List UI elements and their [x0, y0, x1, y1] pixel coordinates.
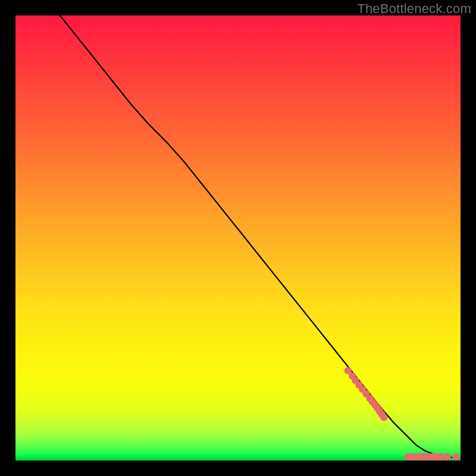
data-marker — [380, 414, 387, 421]
chart-frame: TheBottleneck.com — [0, 0, 476, 476]
watermark-text: TheBottleneck.com — [357, 1, 471, 17]
data-marker — [452, 453, 459, 460]
data-markers — [345, 367, 460, 461]
data-marker — [437, 453, 444, 460]
bottleneck-curve — [60, 15, 452, 458]
data-marker — [443, 453, 450, 460]
chart-overlay-svg — [15, 15, 461, 461]
